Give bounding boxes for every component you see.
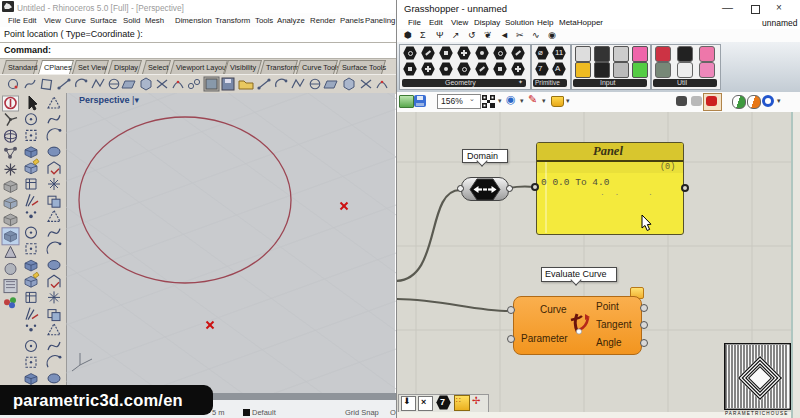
svg-text:PARAMETRICHOUSE: PARAMETRICHOUSE [725, 411, 788, 416]
